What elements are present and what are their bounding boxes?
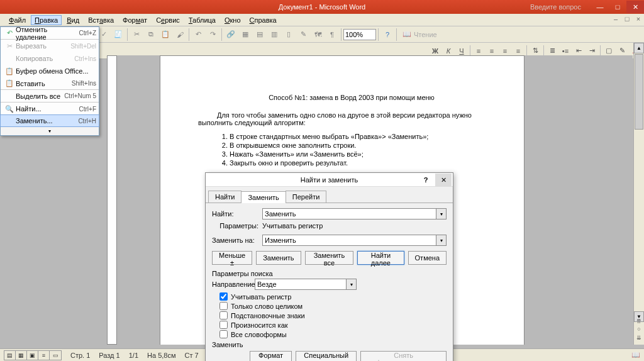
menu-table[interactable]: Таблица — [185, 15, 219, 25]
view-normal-icon[interactable]: ▤ — [4, 351, 16, 360]
menu-format[interactable]: Формат — [119, 15, 151, 25]
menu-cut: ✂ Вырезать Shift+Del — [1, 40, 99, 52]
maximize-button[interactable]: □ — [609, 1, 626, 13]
minimize-button[interactable]: — — [591, 1, 609, 13]
direction-arrow[interactable]: ▾ — [347, 279, 357, 290]
find-icon: 🔍 — [3, 105, 16, 113]
scroll-thumb[interactable] — [635, 54, 643, 130]
view-outline-icon[interactable]: ≡ — [38, 351, 50, 360]
show-hide-icon[interactable]: ¶ — [325, 28, 339, 42]
search-params-label: Параметры поиска — [212, 270, 447, 277]
status-line: Ст 7 — [185, 352, 199, 359]
find-replace-dialog: Найти и заменить ? ✕ Найти Заменить Пере… — [205, 172, 453, 361]
undo-icon[interactable]: ↶ — [191, 28, 205, 42]
menu-service[interactable]: Сервис — [152, 15, 184, 25]
replace-section-label: Заменить — [212, 341, 447, 348]
chk-word-forms[interactable] — [219, 330, 228, 338]
tab-find[interactable]: Найти — [208, 191, 242, 203]
list-item: В открывшемся окне заполнить строки. — [230, 142, 505, 149]
undo-icon: ↶ — [3, 29, 16, 37]
scroll-up-arrow[interactable]: ▲ — [634, 43, 644, 53]
doc-restore[interactable]: □ — [623, 15, 631, 23]
direction-combo[interactable] — [255, 279, 347, 290]
chk-wildcards[interactable] — [219, 311, 228, 319]
menu-insert[interactable]: Вставка — [84, 15, 118, 25]
tables-icon[interactable]: ▦ — [238, 28, 252, 42]
clipboard-icon: 📋 — [3, 67, 16, 75]
params-label: Параметры: — [212, 222, 262, 230]
status-page: Стр. 1 — [70, 352, 90, 359]
dialog-title-bar[interactable]: Найти и заменить ? ✕ — [206, 173, 453, 187]
columns-icon[interactable]: ▯ — [282, 28, 296, 42]
cut-icon: ✂ — [3, 42, 16, 50]
redo-icon[interactable]: ↷ — [206, 28, 219, 42]
status-section: Разд 1 — [99, 352, 119, 359]
chk-case[interactable] — [219, 292, 228, 301]
menu-find[interactable]: 🔍 Найти... Ctrl+F — [1, 103, 99, 115]
status-pages: 1/1 — [129, 352, 138, 359]
doc-minimize[interactable]: – — [611, 15, 620, 23]
window-title: Документ1 - Microsoft Word — [279, 3, 365, 11]
chk-whole-word[interactable] — [219, 302, 228, 310]
view-print-icon[interactable]: ▣ — [27, 351, 38, 360]
replace-dropdown-arrow[interactable]: ▾ — [436, 235, 447, 246]
chk-sounds-like[interactable] — [219, 321, 228, 329]
menu-undo[interactable]: ↶ Отменить удаление Ctrl+Z — [1, 27, 99, 40]
menu-window[interactable]: Окно — [221, 15, 245, 25]
format-painter-icon[interactable]: 🖌 — [173, 28, 187, 42]
replace-button[interactable]: Заменить — [256, 251, 301, 265]
cut-icon[interactable]: ✂ — [130, 28, 143, 42]
dialog-title: Найти и заменить — [301, 176, 358, 184]
less-button[interactable]: Меньше ± — [212, 251, 252, 265]
insert-table-icon[interactable]: ▤ — [253, 28, 267, 42]
menu-help[interactable]: Справка — [246, 15, 280, 25]
find-input[interactable] — [262, 208, 436, 219]
menu-copy: Копировать Ctrl+Ins — [1, 52, 99, 65]
excel-icon[interactable]: ▥ — [267, 28, 281, 42]
list-item: В строке стандартных меню выбрать «Правк… — [230, 133, 505, 140]
menu-file[interactable]: Файл — [5, 15, 30, 25]
find-dropdown-arrow[interactable]: ▾ — [436, 208, 447, 219]
help-icon[interactable]: ? — [380, 28, 394, 42]
dialog-help-button[interactable]: ? — [418, 174, 434, 186]
window-close-button[interactable]: ✕ — [626, 1, 644, 13]
menu-view[interactable]: Вид — [63, 15, 83, 25]
replace-all-button[interactable]: Заменить все — [305, 251, 354, 265]
zoom-combo[interactable] — [343, 29, 376, 40]
find-next-button[interactable]: Найти далее — [357, 251, 404, 265]
menu-paste[interactable]: 📋 Вставить Shift+Ins — [1, 77, 99, 90]
menu-expand-icon[interactable]: ▾ — [1, 126, 99, 135]
view-web-icon[interactable]: ▦ — [16, 351, 27, 360]
dialog-close-button[interactable]: ✕ — [435, 174, 452, 186]
tab-goto[interactable]: Перейти — [286, 191, 327, 203]
reading-mode[interactable]: 📖 Чтение — [399, 30, 441, 38]
browse-object-icon[interactable]: ○ — [634, 325, 644, 333]
direction-label: Направление: — [212, 280, 255, 288]
menu-replace[interactable]: Заменить... Ctrl+H — [0, 114, 99, 127]
tab-replace[interactable]: Заменить — [241, 191, 286, 203]
menu-select-all[interactable]: Выделить все Ctrl+Num 5 — [1, 90, 99, 103]
paste-icon[interactable]: 📋 — [158, 28, 172, 42]
map-icon[interactable]: 🗺 — [311, 28, 325, 42]
menu-clipboard[interactable]: 📋 Буфер обмена Office... — [1, 65, 99, 77]
hyperlink-icon[interactable]: 🔗 — [224, 28, 238, 42]
next-page-icon[interactable]: ⇊ — [634, 333, 644, 342]
research-icon[interactable]: 🧾 — [111, 28, 125, 42]
drawing-icon[interactable]: ✎ — [296, 28, 310, 42]
ask-box[interactable]: Введите вопрос — [530, 3, 581, 11]
menu-edit[interactable]: Правка — [31, 15, 62, 25]
edit-dropdown: ↶ Отменить удаление Ctrl+Z ✂ Вырезать Sh… — [0, 26, 99, 136]
copy-icon[interactable]: ⧉ — [144, 28, 158, 42]
cancel-button[interactable]: Отмена — [408, 251, 447, 265]
replace-input[interactable] — [262, 235, 436, 246]
menu-bar: Файл Правка Вид Вставка Формат Сервис Та… — [0, 14, 644, 26]
view-reading-icon[interactable]: ▭ — [50, 351, 61, 360]
ruler-vertical[interactable] — [107, 55, 117, 345]
status-book-icon[interactable]: 📖 — [631, 351, 640, 359]
doc-window-controls: – □ × — [611, 15, 643, 23]
format-button[interactable]: Формат ▾ — [250, 351, 292, 361]
special-button[interactable]: Специальный ▾ — [296, 351, 357, 361]
doc-close[interactable]: × — [634, 15, 643, 23]
find-label: Найти: — [212, 210, 262, 218]
vertical-scrollbar[interactable]: ▲ ▼ ⇈ ○ ⇊ — [633, 43, 644, 345]
